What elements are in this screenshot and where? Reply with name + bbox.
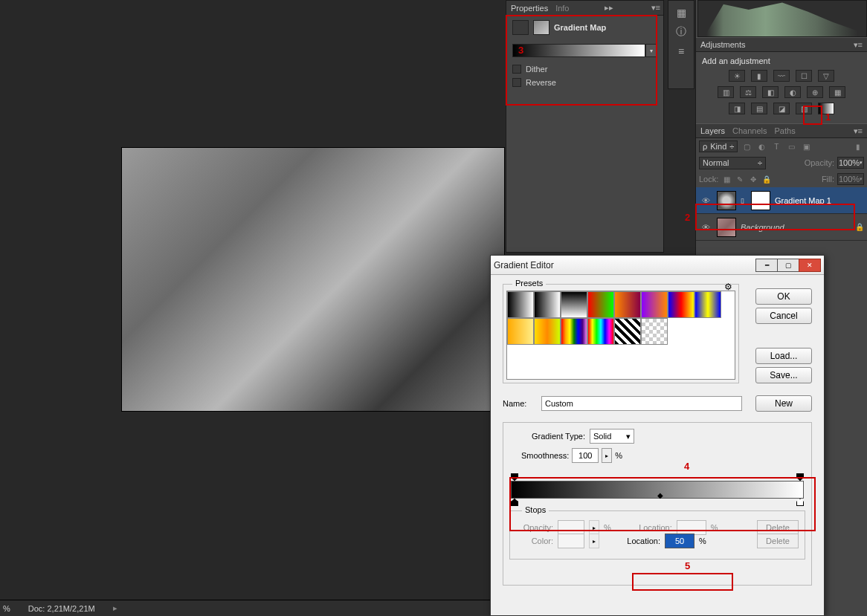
- photo-filter-icon[interactable]: ◐: [784, 86, 801, 98]
- preset-swatch[interactable]: [507, 318, 534, 345]
- gradient-editor-bar[interactable]: ◆: [511, 473, 804, 506]
- preset-swatch[interactable]: [694, 291, 721, 318]
- preset-swatch[interactable]: [614, 318, 641, 345]
- gradient-strip[interactable]: [512, 44, 645, 57]
- close-button[interactable]: ✕: [799, 259, 821, 272]
- gradient-dropdown-icon[interactable]: ▾: [645, 44, 657, 57]
- adjustments-tab[interactable]: Adjustments: [700, 40, 746, 49]
- filter-shape-icon[interactable]: ▭: [785, 141, 797, 152]
- preset-swatch[interactable]: [587, 291, 614, 318]
- dither-row[interactable]: Dither: [512, 65, 657, 74]
- ok-button[interactable]: OK: [755, 288, 812, 305]
- color-stop-right[interactable]: [796, 499, 804, 506]
- invert-icon[interactable]: ◨: [729, 103, 745, 114]
- lock-transparency-icon[interactable]: ▦: [721, 174, 732, 184]
- layer-adj-thumb[interactable]: [717, 191, 736, 210]
- minimize-button[interactable]: ━: [755, 259, 778, 272]
- gradient-editor-dialog: Gradient Editor ━ ▢ ✕ Presets ⚙: [490, 255, 825, 616]
- color-lookup-icon[interactable]: ▦: [829, 86, 845, 98]
- exposure-icon[interactable]: ☐: [796, 70, 812, 82]
- panel-menu-icon[interactable]: ▾≡: [651, 3, 660, 13]
- opacity-value[interactable]: 100%▾: [837, 157, 864, 169]
- visibility-icon[interactable]: 👁: [699, 221, 712, 234]
- panel-icon-3[interactable]: ≡: [674, 44, 689, 59]
- link-icon[interactable]: ▯: [741, 197, 747, 204]
- threshold-icon[interactable]: ◪: [773, 103, 790, 114]
- posterize-icon[interactable]: ▤: [751, 103, 767, 114]
- maximize-button[interactable]: ▢: [777, 259, 799, 272]
- dither-checkbox[interactable]: [512, 65, 521, 74]
- preset-swatch[interactable]: [507, 291, 534, 318]
- presets-gear-icon[interactable]: ⚙: [724, 282, 732, 292]
- preset-swatch[interactable]: [534, 291, 561, 318]
- blend-mode-dropdown[interactable]: Normal÷: [699, 157, 766, 169]
- filter-adj-icon[interactable]: ◐: [755, 141, 767, 152]
- preset-grid[interactable]: [506, 291, 735, 380]
- panel-menu-icon[interactable]: ▾≡: [854, 126, 863, 136]
- selective-color-icon[interactable]: ▧: [796, 103, 812, 114]
- panel-collapse-icon[interactable]: ▸▸: [605, 3, 613, 13]
- layer-gradient-map-1[interactable]: 👁 ▯ Gradient Map 1: [696, 187, 867, 214]
- midpoint-marker[interactable]: ◆: [657, 491, 663, 499]
- color-delete-button: Delete: [757, 534, 799, 548]
- preset-swatch[interactable]: [641, 291, 668, 318]
- color-location-input[interactable]: [665, 534, 694, 548]
- save-button[interactable]: Save...: [755, 367, 812, 383]
- gradient-type-dropdown[interactable]: Solid▾: [590, 429, 634, 444]
- brightness-icon[interactable]: ☀: [729, 70, 745, 82]
- load-button[interactable]: Load...: [755, 348, 812, 364]
- color-balance-icon[interactable]: ⚖: [740, 86, 756, 98]
- visibility-icon[interactable]: 👁: [699, 194, 712, 207]
- bw-icon[interactable]: ◧: [762, 86, 779, 98]
- preset-swatch[interactable]: [668, 291, 694, 318]
- new-button[interactable]: New: [755, 395, 812, 412]
- gradient-map-adj-icon[interactable]: [818, 103, 834, 114]
- name-input[interactable]: [541, 396, 742, 411]
- document-photo[interactable]: [121, 147, 505, 412]
- dialog-titlebar[interactable]: Gradient Editor ━ ▢ ✕: [491, 256, 824, 275]
- reverse-checkbox[interactable]: [512, 78, 521, 87]
- filter-type-icon[interactable]: T: [770, 141, 782, 152]
- smoothness-input[interactable]: [572, 448, 599, 463]
- preset-swatch[interactable]: [614, 291, 641, 318]
- reverse-row[interactable]: Reverse: [512, 78, 657, 87]
- lock-position-icon[interactable]: ✥: [748, 174, 758, 184]
- channel-mixer-icon[interactable]: ⊕: [807, 86, 823, 98]
- color-stop-left[interactable]: [511, 499, 518, 506]
- lock-all-icon[interactable]: 🔒: [761, 174, 772, 184]
- gradient-preview[interactable]: ▾: [512, 44, 657, 57]
- smoothness-dropdown-icon[interactable]: ▸: [602, 448, 612, 463]
- levels-icon[interactable]: ▮: [751, 70, 767, 82]
- hue-sat-icon[interactable]: ▥: [718, 86, 734, 98]
- panel-menu-icon[interactable]: ▾≡: [854, 40, 863, 50]
- preset-swatch[interactable]: [561, 318, 587, 345]
- curves-icon[interactable]: 〰: [773, 70, 790, 82]
- layer-mask-thumb[interactable]: [751, 191, 770, 210]
- lock-pixels-icon[interactable]: ✎: [735, 174, 745, 184]
- histogram-panel-icon[interactable]: ▦: [674, 5, 689, 20]
- filter-smart-icon[interactable]: ▣: [800, 141, 812, 152]
- tab-info[interactable]: Info: [555, 4, 569, 13]
- cancel-button[interactable]: Cancel: [755, 308, 812, 324]
- filter-toggle-icon[interactable]: ▮: [852, 141, 864, 152]
- tab-paths[interactable]: Paths: [775, 126, 796, 135]
- preset-swatch[interactable]: [641, 318, 668, 345]
- tab-channels[interactable]: Channels: [732, 126, 767, 135]
- layer-name[interactable]: Background: [741, 223, 784, 232]
- opacity-stop-right[interactable]: [796, 473, 804, 481]
- filter-kind-dropdown[interactable]: ρKind÷: [699, 140, 738, 152]
- info-panel-icon[interactable]: ⓘ: [674, 25, 689, 39]
- vibrance-icon[interactable]: ▽: [818, 70, 834, 82]
- tab-properties[interactable]: Properties: [511, 4, 548, 13]
- layer-name[interactable]: Gradient Map 1: [775, 196, 831, 205]
- layer-background[interactable]: 👁 Background 🔒: [696, 214, 867, 241]
- filter-pixel-icon[interactable]: ▢: [741, 141, 752, 152]
- preset-swatch[interactable]: [561, 291, 587, 318]
- layer-thumb[interactable]: [717, 218, 736, 237]
- preset-swatch[interactable]: [587, 318, 614, 345]
- tab-layers[interactable]: Layers: [700, 126, 725, 135]
- opacity-stop-left[interactable]: [511, 473, 518, 481]
- preset-swatch[interactable]: [534, 318, 561, 345]
- stop-opacity-percent: %: [604, 523, 611, 532]
- fill-value[interactable]: 100%▾: [837, 173, 864, 185]
